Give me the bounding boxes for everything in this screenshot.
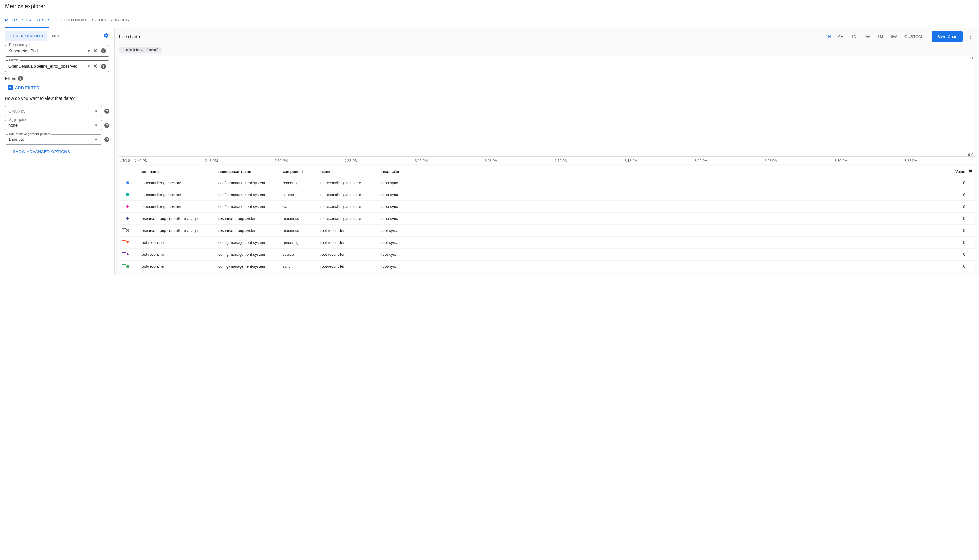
x-tick: 3:10 PM [555,159,625,162]
cell-pod: root-reconciler [140,252,218,257]
cell-component: rendering [283,181,320,185]
close-icon[interactable]: ✖ [967,153,970,157]
aggregator-label: Aggregator [8,118,27,122]
chevron-down-icon [5,148,11,155]
breakdown-icon[interactable] [124,171,127,172]
cell-name: ns-reconciler-gamestore [320,193,381,197]
col-name[interactable]: name [320,169,381,174]
series-checkbox[interactable] [132,240,136,244]
clear-resource-type-icon[interactable]: ✕ [93,48,97,54]
tab-custom-diagnostics[interactable]: CUSTOM METRIC DIAGNOSTICS [61,13,129,28]
cell-component: source [283,193,320,197]
series-checkbox[interactable] [132,252,136,256]
chart-type-select[interactable]: Line chart ▾ [119,34,140,39]
metric-value: OpenCensus/pipeline_error_observed [8,64,87,68]
groupby-field[interactable]: Group by ▾ [5,106,102,116]
chevron-down-icon: ▾ [95,137,97,142]
help-icon[interactable]: ? [101,64,106,69]
add-filter-button[interactable]: + ADD FILTER [8,85,109,90]
series-checkbox[interactable] [132,264,136,268]
help-icon[interactable]: ? [104,137,109,142]
svg-point-3 [127,181,129,184]
cell-component: readiness [283,228,320,233]
col-reconciler[interactable]: reconciler [381,169,422,174]
aggregator-field[interactable]: Aggregator none ▾ [5,120,102,130]
columns-icon[interactable] [968,169,975,174]
legend-row[interactable]: root-reconciler config-management-system… [119,248,975,260]
legend-row[interactable]: ns-reconciler-gamestore config-managemen… [119,177,975,189]
svg-marker-10 [126,241,129,243]
chevron-down-icon: ▾ [95,123,97,128]
cell-value: 0 [422,240,968,245]
add-filter-label: ADD FILTER [15,85,40,90]
more-menu-icon[interactable]: ⋮ [966,32,975,42]
chart-content: Line chart ▾ 1H6H1D1W1M6WCUSTOM Save Cha… [115,28,979,275]
y-axis-min: 0 [971,153,973,157]
show-advanced-link[interactable]: SHOW ADVANCED OPTIONS [5,148,109,155]
x-tick: 2:50 PM [275,159,345,162]
series-checkbox[interactable] [132,216,136,220]
range-1m[interactable]: 1M [874,32,887,42]
x-tick: 3:25 PM [765,159,835,162]
legend-row[interactable]: root-reconciler config-management-system… [119,260,975,272]
cell-ns: config-management-system [218,205,283,209]
chart-canvas[interactable]: 1 ✖ 0 [119,56,975,157]
series-checkbox[interactable] [132,204,136,208]
resource-type-label: Resource type [8,43,33,47]
col-namespace-name[interactable]: namespace_name [218,169,283,174]
metric-label: Metric [8,58,20,62]
alignment-field[interactable]: Minimum alignment period 1 minute ▾ [5,134,102,145]
help-icon[interactable]: ? [104,109,109,114]
filters-section: Filters ? [5,76,109,81]
legend-marker [119,181,132,185]
metric-field[interactable]: Metric OpenCensus/pipeline_error_observe… [5,60,109,72]
help-icon[interactable]: ? [101,48,106,53]
svg-rect-0 [969,170,969,172]
legend-row[interactable]: resource-group-controller-manager resour… [119,225,975,237]
resource-type-field[interactable]: Resource type Kubernetes Pod ▾ ✕ ? [5,45,109,57]
tab-metrics-explorer[interactable]: METRICS EXPLORER [5,13,49,28]
range-1h[interactable]: 1H [822,32,835,42]
cell-reconciler: root-sync [381,240,422,245]
range-6w[interactable]: 6W [887,32,901,42]
x-tick: 3:35 PM [904,159,975,162]
cell-name: ns-reconciler-gamestore [320,181,381,185]
cell-name: root-reconciler [320,252,381,257]
save-chart-button[interactable]: Save Chart [932,31,963,42]
range-1w[interactable]: 1W [860,32,874,42]
legend-row[interactable]: ns-reconciler-gamestore config-managemen… [119,189,975,201]
chart-area: 1 ✖ 0 UTC-8 2:40 PM2:45 PM2:50 PM2:55 PM… [119,56,975,164]
legend-row[interactable]: resource-group-controller-manager resour… [119,213,975,225]
legend-marker [119,264,132,269]
legend-row[interactable]: root-reconciler config-management-system… [119,237,975,248]
cell-value: 0 [422,252,968,257]
top-tabs: METRICS EXPLORER CUSTOM METRIC DIAGNOSTI… [0,13,979,28]
legend-marker [119,205,132,209]
col-pod-name[interactable]: pod_name [140,169,218,174]
series-checkbox[interactable] [132,192,136,197]
chevron-down-icon: ▾ [138,34,140,39]
col-component[interactable]: component [283,169,320,174]
legend-row[interactable]: ns-reconciler-gamestore config-managemen… [119,201,975,213]
svg-marker-12 [126,265,129,268]
cell-component: sync [283,205,320,209]
subtab-mql[interactable]: MQL [47,32,65,41]
cell-pod: ns-reconciler-gamestore [140,193,218,197]
cell-ns: config-management-system [218,252,283,257]
cell-reconciler: repo-sync [381,181,422,185]
clear-metric-icon[interactable]: ✕ [93,63,97,69]
col-value[interactable]: Value [422,169,968,174]
subtab-configuration[interactable]: CONFIGURATION [5,32,47,41]
cell-pod: ns-reconciler-gamestore [140,205,218,209]
help-icon[interactable]: ? [18,76,23,81]
series-checkbox[interactable] [132,228,136,232]
config-sidebar: CONFIGURATION MQL Resource type Kubernet… [0,28,115,275]
gear-icon[interactable] [103,32,109,40]
range-1d[interactable]: 1D [847,32,860,42]
cell-component: sync [283,264,320,269]
series-checkbox[interactable] [132,180,136,185]
help-icon[interactable]: ? [104,123,109,128]
svg-marker-11 [126,253,129,255]
range-custom[interactable]: CUSTOM [901,32,926,42]
range-6h[interactable]: 6H [835,32,847,42]
